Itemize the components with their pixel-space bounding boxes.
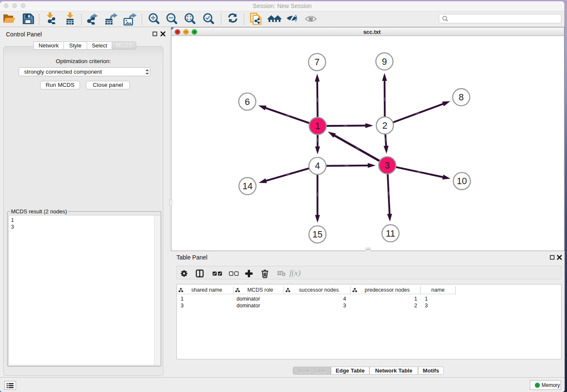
svg-text:1: 1 [315,121,320,131]
svg-text:2: 2 [383,121,388,131]
svg-text:6: 6 [245,97,250,107]
svg-text:4: 4 [315,161,320,171]
svg-text:3: 3 [385,160,390,171]
svg-text:9: 9 [382,57,387,67]
svg-text:15: 15 [312,229,322,240]
svg-text:10: 10 [457,176,467,186]
svg-text:14: 14 [242,181,253,191]
svg-text:11: 11 [386,229,395,239]
svg-text:8: 8 [459,92,464,102]
svg-text:7: 7 [314,57,319,67]
